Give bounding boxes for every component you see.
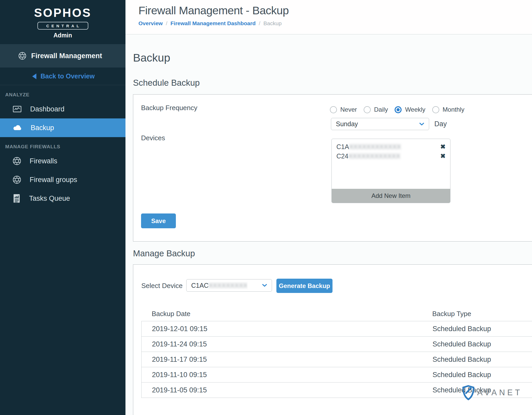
device-name-prefix: C24 — [336, 152, 348, 160]
cloud-icon — [12, 124, 22, 131]
page-header: Firewall Management - Backup Overview / … — [125, 0, 532, 35]
radio-label: Monthly — [443, 106, 464, 113]
device-name-prefix: C1A — [336, 143, 349, 150]
radio-label: Never — [340, 106, 357, 113]
page-header-title: Firewall Management - Backup — [138, 4, 532, 17]
sidebar-item-label: Dashboard — [30, 105, 64, 113]
sidebar: SOPHOS CENTRAL Admin Firewall Management… — [0, 0, 125, 415]
firewall-icon — [12, 175, 21, 184]
backup-table: Backup Date Backup Type 2019-12-01 09:15… — [141, 306, 532, 398]
backup-date-cell: 2019-11-10 09:15 — [142, 371, 207, 379]
breadcrumb-separator: / — [166, 20, 167, 26]
chevron-down-icon — [419, 123, 424, 126]
device-select-redacted: XXXXXXXXX — [209, 282, 248, 289]
table-row: 2019-11-17 09:15 Scheduled Backup — [141, 352, 532, 367]
remove-x-icon[interactable]: ✖ — [440, 144, 445, 150]
backup-type-cell: Scheduled Backup — [433, 325, 491, 333]
brand-wordmark: SOPHOS — [0, 6, 125, 20]
breadcrumb-overview[interactable]: Overview — [138, 20, 163, 26]
schedule-backup-card: Backup Frequency Never Daily Weekly Mont… — [133, 94, 532, 242]
radio-weekly-selected[interactable]: Weekly — [395, 106, 425, 113]
device-name: C1AXXXXXXXXXXXX — [336, 143, 401, 151]
avanet-watermark: AVANET — [462, 385, 522, 400]
radio-label: Daily — [374, 106, 388, 113]
avanet-wordmark: AVANET — [477, 388, 522, 397]
sophos-logo: SOPHOS CENTRAL Admin — [0, 0, 125, 44]
sidebar-item-firewalls[interactable]: Firewalls — [0, 152, 125, 170]
table-row: 2019-12-01 09:15 Scheduled Backup — [141, 321, 532, 337]
backup-date-cell: 2019-12-01 09:15 — [142, 325, 207, 333]
radio-selected-icon[interactable] — [395, 106, 402, 113]
device-name-redacted: XXXXXXXXXXXX — [348, 152, 400, 160]
sidebar-item-label: Firewall Management — [31, 52, 102, 60]
remove-x-icon[interactable]: ✖ — [440, 153, 445, 159]
sidebar-item-label: Firewall groups — [30, 176, 77, 184]
schedule-backup-heading: Schedule Backup — [133, 78, 200, 88]
backup-date-cell: 2019-11-17 09:15 — [142, 356, 207, 364]
admin-label: Admin — [0, 32, 125, 39]
main-area: Firewall Management - Backup Overview / … — [125, 0, 532, 415]
sidebar-item-firewall-management[interactable]: Firewall Management — [0, 44, 125, 68]
backup-type-cell: Scheduled Backup — [433, 371, 491, 379]
day-select[interactable]: Sunday — [331, 118, 429, 130]
chevron-down-icon — [262, 284, 267, 287]
breadcrumb-firewall-management-dashboard[interactable]: Firewall Management Dashboard — [170, 20, 256, 26]
sidebar-section-analyze: ANALYZE — [0, 92, 125, 98]
backup-frequency-label: Backup Frequency — [141, 104, 197, 112]
generate-backup-button[interactable]: Generate Backup — [276, 279, 332, 293]
select-device-label: Select Device — [141, 282, 183, 290]
firewall-icon — [12, 157, 21, 165]
sidebar-item-dashboard[interactable]: Dashboard — [0, 100, 125, 118]
radio-never[interactable]: Never — [330, 106, 357, 113]
radio-label: Weekly — [405, 106, 425, 113]
tasks-report-icon — [12, 194, 21, 203]
backup-table-header: Backup Date Backup Type — [141, 306, 532, 321]
add-new-item-button[interactable]: Add New Item — [332, 189, 450, 203]
radio-daily[interactable]: Daily — [364, 106, 388, 113]
day-select-value: Sunday — [336, 120, 358, 128]
save-button[interactable]: Save — [141, 213, 176, 228]
breadcrumb: Overview / Firewall Management Dashboard… — [138, 20, 532, 26]
avanet-shield-icon — [462, 385, 475, 400]
radio-monthly[interactable]: Monthly — [432, 106, 464, 113]
firewall-icon — [18, 52, 26, 60]
device-select[interactable]: C1ACXXXXXXXXX — [186, 279, 272, 292]
device-name-redacted: XXXXXXXXXXXX — [349, 143, 401, 150]
sidebar-item-backup[interactable]: Backup — [0, 118, 125, 137]
column-header-backup-date: Backup Date — [141, 310, 190, 318]
sidebar-item-label: Tasks Queue — [29, 195, 70, 203]
day-label: Day — [434, 120, 447, 128]
back-to-overview-link[interactable]: Back to Overview — [0, 68, 125, 85]
table-row: 2019-11-24 09:15 Scheduled Backup — [141, 336, 532, 352]
backup-type-cell: Scheduled Backup — [433, 340, 491, 348]
device-select-prefix: C1AC — [191, 282, 209, 289]
sidebar-section-manage-firewalls: MANAGE FIREWALLS — [0, 144, 125, 150]
breadcrumb-current: Backup — [263, 20, 282, 26]
sidebar-item-tasks-queue[interactable]: Tasks Queue — [0, 189, 125, 208]
radio-circle-icon[interactable] — [364, 106, 371, 113]
devices-label: Devices — [141, 134, 165, 142]
column-header-backup-type: Backup Type — [432, 310, 471, 318]
device-list-item: C1AXXXXXXXXXXXX ✖ — [336, 142, 445, 151]
radio-circle-icon[interactable] — [432, 106, 439, 113]
backup-type-cell: Scheduled Backup — [433, 356, 491, 364]
radio-circle-icon[interactable] — [330, 106, 337, 113]
back-arrow-icon — [32, 73, 36, 79]
sidebar-item-label: Backup — [31, 124, 54, 132]
page-title: Backup — [133, 51, 170, 64]
backup-date-cell: 2019-11-05 09:15 — [142, 386, 207, 394]
day-select-row: Sunday Day — [331, 118, 447, 130]
back-link-label: Back to Overview — [41, 72, 95, 80]
sidebar-item-firewall-groups[interactable]: Firewall groups — [0, 170, 125, 189]
dashboard-chart-icon — [12, 104, 22, 114]
app-window: SOPHOS CENTRAL Admin Firewall Management… — [0, 0, 532, 415]
central-badge: CENTRAL — [37, 22, 88, 30]
backup-frequency-radio-group: Never Daily Weekly Monthly — [330, 106, 464, 113]
device-name: C24XXXXXXXXXXXX — [336, 152, 400, 160]
breadcrumb-separator: / — [259, 20, 260, 26]
backup-date-cell: 2019-11-24 09:15 — [142, 340, 207, 348]
device-select-value: C1ACXXXXXXXXX — [191, 282, 248, 289]
manage-backup-heading: Manage Backup — [133, 249, 195, 258]
device-list-item: C24XXXXXXXXXXXX ✖ — [336, 151, 445, 161]
sidebar-item-label: Firewalls — [30, 157, 57, 165]
